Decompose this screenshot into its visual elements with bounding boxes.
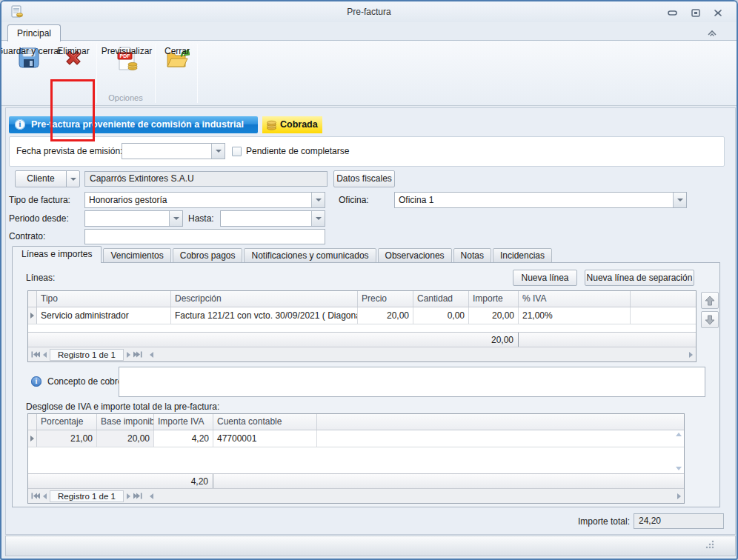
scroll-right-icon[interactable] [677, 493, 681, 499]
contrato-input[interactable] [84, 229, 325, 244]
summary-importe-iva: 4,20 [154, 474, 213, 488]
contrato-label: Contrato: [9, 228, 45, 244]
scroll-right-icon[interactable] [689, 352, 693, 358]
column-header-porcentaje[interactable]: Porcentaje [37, 414, 97, 430]
ribbon-group-caption: Opciones [96, 93, 155, 102]
resize-grip[interactable] [705, 539, 714, 551]
cell-descripcion[interactable]: Factura 121/21 con vcto. 30/09/2021 ( Di… [171, 307, 358, 324]
pendiente-checkbox[interactable] [232, 147, 242, 156]
tab-incidencias[interactable]: Incidencias [493, 248, 552, 263]
scroll-up-icon[interactable] [676, 433, 682, 436]
cell-tipo[interactable]: Servicio administrador [37, 307, 171, 324]
move-line-up-button[interactable] [701, 292, 719, 309]
cliente-button[interactable]: Cliente [15, 170, 67, 187]
oficina-combobox[interactable]: Oficina 1 [394, 192, 687, 208]
next-record-icon[interactable] [127, 352, 130, 358]
periodo-desde-combobox[interactable] [84, 210, 183, 227]
tab-cobros-pagos[interactable]: Cobros pagos [173, 248, 243, 263]
prev-record-icon[interactable] [43, 493, 47, 499]
restore-button[interactable] [688, 7, 704, 19]
grid-empty-area [28, 324, 696, 332]
concepto-cobro-textarea[interactable] [119, 367, 705, 397]
current-row-icon [30, 436, 34, 441]
tab-vencimientos[interactable]: Vencimientos [103, 248, 170, 263]
scroll-down-icon[interactable] [676, 467, 682, 470]
collapse-ribbon-icon[interactable] [707, 28, 717, 39]
column-header-base-imponible[interactable]: Base imponible [97, 414, 154, 430]
column-header-blank [631, 291, 696, 307]
column-header-cantidad[interactable]: Cantidad [413, 291, 469, 307]
current-row-icon [30, 313, 34, 319]
previsualizar-button[interactable]: PDF Previsualizar [99, 43, 154, 92]
arrow-up-icon [705, 296, 715, 306]
cell-cuenta-contable[interactable]: 47700001 [213, 430, 317, 447]
info-banner: i Pre-factura proveniente de comisión a … [9, 116, 258, 133]
chevron-down-icon[interactable] [673, 193, 686, 207]
scroll-left-icon[interactable] [150, 493, 153, 499]
last-record-icon[interactable] [133, 351, 142, 358]
column-header-tipo[interactable]: Tipo [37, 291, 171, 307]
next-record-icon[interactable] [127, 493, 130, 499]
lineas-label: Líneas: [26, 270, 55, 286]
cell-importe-iva[interactable]: 4,20 [154, 430, 213, 447]
pre-factura-window: Pre-factura Principal [0, 0, 738, 560]
lineas-pager: Registro 1 de 1 [28, 347, 696, 361]
chevron-down-icon[interactable] [211, 144, 225, 159]
table-row[interactable]: Servicio administrador Factura 121/21 co… [28, 307, 696, 324]
tipo-factura-combobox[interactable]: Honorarios gestoría [84, 192, 325, 208]
tab-notificaciones[interactable]: Notificaciones y comunicados [244, 248, 376, 263]
cell-cantidad[interactable]: 0,00 [413, 307, 469, 324]
last-record-icon[interactable] [133, 493, 142, 499]
scroll-left-icon[interactable] [150, 352, 153, 358]
move-line-down-button[interactable] [701, 311, 719, 328]
chevron-down-icon[interactable] [311, 193, 325, 207]
datos-fiscales-button[interactable]: Datos fiscales [333, 170, 395, 187]
cell-precio[interactable]: 20,00 [358, 307, 413, 324]
column-header-iva[interactable]: % IVA [519, 291, 631, 307]
tipo-factura-label: Tipo de factura: [9, 192, 70, 208]
eliminar-button[interactable]: Eliminar [54, 43, 93, 102]
tab-observaciones[interactable]: Observaciones [378, 248, 452, 263]
column-header-importe-iva[interactable]: Importe IVA [154, 414, 213, 430]
concepto-cobro-label: Concepto de cobro: [47, 373, 125, 390]
guardar-y-cerrar-button[interactable]: Guardar y cerrar [7, 43, 50, 102]
nueva-linea-button[interactable]: Nueva línea [513, 270, 577, 286]
column-header-descripcion[interactable]: Descripción [171, 291, 358, 307]
summary-importe: 20,00 [469, 333, 519, 347]
minimize-button[interactable] [664, 7, 680, 19]
cell-base-imponible[interactable]: 20,00 [97, 430, 154, 447]
close-button[interactable] [710, 7, 726, 19]
chevron-down-icon[interactable] [311, 211, 325, 226]
coins-icon [266, 119, 277, 130]
row-indicator-header [28, 414, 37, 430]
column-header-precio[interactable]: Precio [358, 291, 413, 307]
first-record-icon[interactable] [31, 493, 40, 499]
cell-importe[interactable]: 20,00 [469, 307, 519, 324]
column-header-cuenta-contable[interactable]: Cuenta contable [213, 414, 317, 430]
cell-porcentaje[interactable]: 21,00 [37, 430, 97, 447]
tab-notas[interactable]: Notas [453, 248, 491, 263]
table-row[interactable]: 21,00 20,00 4,20 47700001 [28, 430, 684, 447]
cell-blank [631, 307, 696, 324]
info-icon: i [15, 119, 25, 130]
chevron-down-icon[interactable] [169, 211, 182, 226]
fecha-prevista-combobox[interactable] [122, 143, 225, 159]
tab-principal[interactable]: Principal [7, 24, 61, 41]
cerrar-button[interactable]: Cerrar [159, 43, 196, 102]
tab-lineas-e-importes[interactable]: Líneas e importes [12, 246, 102, 263]
cell-blank [317, 430, 684, 447]
desglose-label: Desglose de IVA e importe total de la pr… [26, 399, 219, 415]
column-header-importe[interactable]: Importe [469, 291, 519, 307]
cliente-dropdown-button[interactable] [66, 170, 80, 187]
prev-record-icon[interactable] [43, 352, 47, 358]
grid-empty-area [28, 447, 684, 473]
nueva-linea-separacion-button[interactable]: Nueva línea de separación [585, 270, 694, 286]
first-record-icon[interactable] [31, 351, 40, 358]
ribbon-group-divider [197, 44, 198, 103]
hasta-label: Hasta: [188, 210, 214, 227]
ribbon: Guardar y cerrar Eliminar PDF [1, 40, 737, 106]
desglose-grid-header: Porcentaje Base imponible Importe IVA Cu… [28, 414, 684, 430]
hasta-combobox[interactable] [220, 210, 325, 227]
status-bar [5, 536, 736, 556]
cell-iva[interactable]: 21,00% [519, 307, 631, 324]
